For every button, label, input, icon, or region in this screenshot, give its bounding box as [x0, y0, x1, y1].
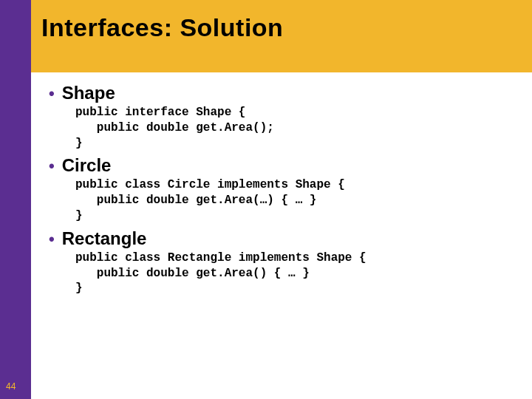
bullet-heading: • Shape — [49, 83, 514, 103]
slide-title: Interfaces: Solution — [41, 13, 283, 42]
bullet-item: • Circle public class Circle implements … — [49, 155, 514, 223]
bullet-label: Shape — [62, 83, 115, 103]
bullet-heading: • Rectangle — [49, 228, 514, 249]
bullet-heading: • Circle — [49, 155, 514, 176]
code-block: public class Circle implements Shape { p… — [75, 177, 514, 223]
bullet-label: Circle — [62, 155, 112, 176]
bullet-dot-icon: • — [49, 231, 55, 248]
page-number: 44 — [6, 381, 16, 392]
left-rail — [0, 0, 31, 399]
bullet-item: • Shape public interface Shape { public … — [49, 83, 514, 151]
code-block: public interface Shape { public double g… — [75, 105, 514, 151]
slide-content: • Shape public interface Shape { public … — [31, 72, 532, 301]
bullet-dot-icon: • — [49, 158, 55, 174]
bullet-dot-icon: • — [49, 86, 55, 102]
code-block: public class Rectangle implements Shape … — [75, 250, 514, 296]
bullet-label: Rectangle — [62, 228, 147, 249]
bullet-item: • Rectangle public class Rectangle imple… — [49, 228, 514, 296]
